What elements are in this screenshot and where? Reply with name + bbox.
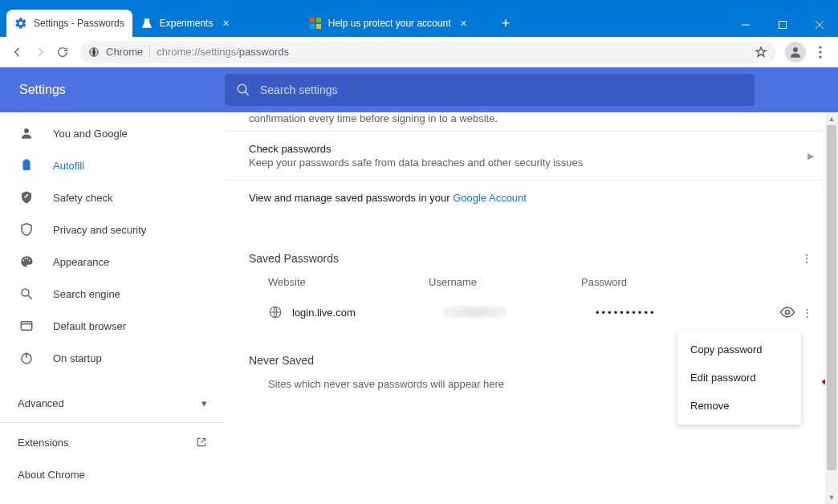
username-redacted <box>443 306 507 319</box>
svg-point-19 <box>25 258 26 259</box>
reload-button[interactable] <box>51 41 74 63</box>
google-account-row: View and manage saved passwords in your … <box>225 180 838 215</box>
svg-rect-17 <box>25 160 29 162</box>
svg-rect-0 <box>310 18 315 22</box>
svg-rect-2 <box>310 24 315 29</box>
sidebar-item-label: On startup <box>53 352 102 364</box>
saved-passwords-more-button[interactable]: ⋮ <box>801 252 814 265</box>
gear-icon <box>14 17 27 30</box>
sidebar-item-label: Safety check <box>53 192 112 204</box>
svg-point-22 <box>22 289 29 296</box>
about-label: About Chrome <box>18 469 85 481</box>
tab-label: Experiments <box>160 18 214 29</box>
sidebar-about-chrome[interactable]: About Chrome <box>0 458 225 490</box>
external-link-icon <box>196 437 207 448</box>
tab-help-protect[interactable]: Help us protect your account × <box>301 10 494 37</box>
svg-point-15 <box>24 128 29 133</box>
settings-body: You and Google Autofill Safety check Pri… <box>0 112 838 504</box>
back-button[interactable] <box>6 41 29 63</box>
google-account-link[interactable]: Google Account <box>453 192 527 204</box>
shield-icon <box>18 221 35 238</box>
password-row-more-button[interactable]: ⋮ <box>802 307 814 319</box>
sidebar-item-you-and-google[interactable]: You and Google <box>0 117 225 149</box>
sidebar-item-on-startup[interactable]: On startup <box>0 342 225 374</box>
forward-button[interactable] <box>29 41 51 63</box>
sidebar-item-appearance[interactable]: Appearance <box>0 246 225 278</box>
scroll-up-button[interactable]: ▲ <box>825 112 838 125</box>
settings-header: Settings <box>0 67 838 112</box>
close-icon[interactable]: × <box>460 18 466 29</box>
shield-check-icon <box>18 189 35 206</box>
sidebar-item-label: Appearance <box>53 256 109 268</box>
palette-icon <box>18 253 35 270</box>
close-icon[interactable]: × <box>222 18 229 29</box>
minimize-button[interactable] <box>727 13 764 37</box>
show-password-button[interactable] <box>779 304 795 320</box>
svg-rect-3 <box>316 24 321 29</box>
settings-search-input[interactable] <box>260 83 743 96</box>
row-website[interactable]: login.live.com <box>292 307 443 319</box>
flask-icon <box>140 17 153 30</box>
bookmark-star-icon[interactable] <box>755 46 767 59</box>
sidebar-item-safety-check[interactable]: Safety check <box>0 181 225 213</box>
svg-rect-24 <box>21 322 32 331</box>
svg-point-10 <box>819 46 821 48</box>
svg-point-18 <box>22 260 24 262</box>
sidebar-item-default-browser[interactable]: Default browser <box>0 310 225 342</box>
svg-point-12 <box>819 55 821 58</box>
browser-toolbar: Chrome chrome://settings/passwords <box>0 37 838 67</box>
globe-icon <box>268 305 283 319</box>
sidebar-item-label: Privacy and security <box>53 224 146 236</box>
menu-edit-password[interactable]: Edit password <box>677 364 801 392</box>
scroll-down-button[interactable]: ▼ <box>825 491 838 504</box>
browser-menu-button[interactable] <box>809 41 832 63</box>
address-bar[interactable]: Chrome chrome://settings/passwords <box>80 41 775 63</box>
svg-rect-16 <box>23 161 31 170</box>
sidebar-advanced[interactable]: Advanced ▾ <box>0 387 225 419</box>
check-passwords-row[interactable]: Check passwords Keep your passwords safe… <box>225 131 838 180</box>
ms-icon <box>309 17 322 30</box>
window-controls <box>727 13 838 37</box>
menu-remove[interactable]: Remove <box>677 392 801 420</box>
offer-save-snippet: confirmation every time before signing i… <box>225 112 838 131</box>
svg-line-23 <box>28 295 32 299</box>
site-info-icon[interactable] <box>88 47 100 58</box>
tab-settings-passwords[interactable]: Settings - Passwords <box>6 10 132 37</box>
row-password-masked: •••••••••• <box>596 307 779 319</box>
col-username: Username <box>429 276 581 288</box>
profile-avatar[interactable] <box>785 42 806 63</box>
sidebar-item-label: You and Google <box>53 128 128 140</box>
tab-experiments[interactable]: Experiments × <box>132 10 301 37</box>
scroll-thumb[interactable] <box>827 125 836 470</box>
svg-point-21 <box>29 260 31 262</box>
password-table-header: Website Username Password <box>225 265 838 295</box>
settings-search[interactable] <box>225 74 755 106</box>
new-tab-button[interactable]: + <box>494 10 519 37</box>
sidebar-item-autofill[interactable]: Autofill <box>0 149 225 181</box>
settings-main: confirmation every time before signing i… <box>225 112 838 504</box>
divider <box>0 422 225 423</box>
maximize-button[interactable] <box>764 13 801 37</box>
person-icon <box>18 124 35 142</box>
browser-icon <box>18 317 35 335</box>
chevron-down-icon: ▾ <box>201 397 207 409</box>
sidebar-extensions[interactable]: Extensions <box>0 426 225 458</box>
search-icon <box>18 285 35 303</box>
sidebar-item-label: Default browser <box>53 320 126 332</box>
svg-point-29 <box>786 311 790 315</box>
chrome-chip: Chrome <box>106 46 150 58</box>
password-context-menu: Copy password Edit password Remove <box>677 331 801 425</box>
tab-label: Help us protect your account <box>328 18 451 29</box>
sidebar-item-privacy-security[interactable]: Privacy and security <box>0 213 225 246</box>
sidebar-item-search-engine[interactable]: Search engine <box>0 278 225 310</box>
settings-sidebar: You and Google Autofill Safety check Pri… <box>0 112 225 504</box>
close-window-button[interactable] <box>801 13 838 37</box>
saved-passwords-title: Saved Passwords <box>249 252 339 265</box>
sidebar-item-label: Autofill <box>53 160 84 172</box>
scrollbar[interactable]: ▲ ▼ <box>825 112 838 504</box>
svg-point-9 <box>793 47 798 52</box>
svg-line-14 <box>245 91 249 96</box>
col-website: Website <box>268 276 429 288</box>
svg-rect-1 <box>316 18 321 22</box>
menu-copy-password[interactable]: Copy password <box>677 335 801 364</box>
